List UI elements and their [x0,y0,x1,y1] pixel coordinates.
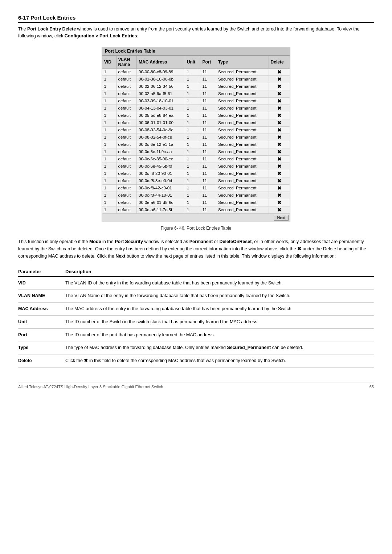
delete-icon[interactable]: ✖ [277,178,281,184]
cell-delete[interactable]: ✖ [269,68,290,75]
cell-delete[interactable]: ✖ [269,177,290,184]
cell-vid: 1 [102,68,117,75]
delete-icon[interactable]: ✖ [277,200,281,205]
cell-delete[interactable]: ✖ [269,199,290,206]
cell-delete[interactable]: ✖ [269,97,290,104]
cell-mac: 00-04-13-04-03-01 [137,104,185,112]
cell-delete[interactable]: ✖ [269,206,290,213]
cell-unit: 1 [185,104,200,112]
delete-icon[interactable]: ✖ [277,113,281,118]
delete-icon[interactable]: ✖ [277,69,281,75]
cell-unit: 1 [185,192,200,199]
cell-vlan: default [116,155,137,163]
delete-icon[interactable]: ✖ [277,91,281,97]
cell-vlan: default [116,199,137,206]
table-row: 1 default 00-0c-f8-20-90-01 1 11 Secured… [102,170,290,177]
col-unit: Unit [185,56,200,68]
cell-vid: 1 [102,199,117,206]
next-button[interactable]: Next [274,215,289,221]
cell-mac: 00-0c-f8-42-c0-01 [137,184,185,192]
cell-vlan: default [116,104,137,112]
cell-type: Secured_Permanent [216,83,269,90]
delete-icon[interactable]: ✖ [277,142,281,147]
table-row: 1 default 00-04-13-04-03-01 1 11 Secured… [102,104,290,112]
cell-mac: 00-0c-f8-44-10-01 [137,192,185,199]
cell-delete[interactable]: ✖ [269,119,290,126]
cell-delete[interactable]: ✖ [269,126,290,134]
delete-icon[interactable]: ✖ [277,77,281,82]
cell-vlan: default [116,75,137,83]
cell-delete[interactable]: ✖ [269,75,290,83]
cell-unit: 1 [185,134,200,141]
next-button-row: Next [102,214,290,222]
cell-unit: 1 [185,141,200,148]
cell-unit: 1 [185,199,200,206]
cell-port: 11 [200,177,216,184]
table-row: 1 default 00-08-02-54-0e-9d 1 11 Secured… [102,126,290,134]
cell-delete[interactable]: ✖ [269,163,290,170]
col-port: Port [200,56,216,68]
cell-unit: 1 [185,112,200,119]
cell-type: Secured_Permanent [216,104,269,112]
delete-icon[interactable]: ✖ [277,193,281,198]
intro-text-end: : [137,33,138,38]
cell-vlan: default [116,119,137,126]
table-header-row: VID VLANName MAC Address Unit Port Type … [102,56,290,68]
cell-mac: 00-0c-6e-1f-9c-aa [137,148,185,155]
cell-type: Secured_Permanent [216,141,269,148]
cell-delete[interactable]: ✖ [269,170,290,177]
delete-icon[interactable]: ✖ [277,135,281,140]
table-row: 1 default 00-00-80-c8-09-89 1 11 Secured… [102,68,290,75]
cell-unit: 1 [185,119,200,126]
cell-vlan: default [116,206,137,213]
table-row: 1 default 00-0c-6e-45-5b-f0 1 11 Secured… [102,163,290,170]
param-row: VLAN NAME The VLAN Name of the entry in … [18,290,374,303]
cell-unit: 1 [185,177,200,184]
delete-icon[interactable]: ✖ [277,171,281,176]
delete-icon[interactable]: ✖ [277,207,281,213]
table-row: 1 default 00-0c-f8-3e-e0-0d 1 11 Secured… [102,177,290,184]
cell-unit: 1 [185,163,200,170]
delete-icon[interactable]: ✖ [277,127,281,133]
cell-mac: 00-03-09-18-10-01 [137,97,185,104]
delete-icon[interactable]: ✖ [277,120,281,126]
cell-delete[interactable]: ✖ [269,184,290,192]
cell-port: 11 [200,155,216,163]
delete-icon[interactable]: ✖ [277,164,281,169]
cell-delete[interactable]: ✖ [269,90,290,97]
cell-delete[interactable]: ✖ [269,83,290,90]
cell-delete[interactable]: ✖ [269,141,290,148]
cell-port: 11 [200,141,216,148]
cell-delete[interactable]: ✖ [269,112,290,119]
cell-port: 11 [200,104,216,112]
delete-icon[interactable]: ✖ [277,84,281,89]
delete-icon[interactable]: ✖ [277,98,281,104]
desc-col-header: Description [65,267,374,276]
cell-vlan: default [116,134,137,141]
param-desc: The ID number of the Switch in the switc… [65,315,374,328]
cell-unit: 1 [185,75,200,83]
cell-port: 11 [200,83,216,90]
cell-delete[interactable]: ✖ [269,155,290,163]
delete-icon[interactable]: ✖ [277,149,281,155]
page-footer: Allied Telesyn AT-9724TS High-Density La… [18,382,374,389]
cell-vid: 1 [102,148,117,155]
delete-icon[interactable]: ✖ [277,156,281,162]
cell-vid: 1 [102,119,117,126]
delete-icon[interactable]: ✖ [277,106,281,111]
cell-type: Secured_Permanent [216,75,269,83]
cell-mac: 00-0c-6e-35-90-ee [137,155,185,163]
cell-port: 11 [200,184,216,192]
param-row: Unit The ID number of the Switch in the … [18,315,374,328]
cell-delete[interactable]: ✖ [269,148,290,155]
table-row: 1 default 00-06-01-01-01-00 1 11 Secured… [102,119,290,126]
cell-mac: 00-05-5d-e8-84-ea [137,112,185,119]
delete-icon[interactable]: ✖ [277,185,281,191]
cell-mac: 00-01-30-10-00-0b [137,75,185,83]
cell-type: Secured_Permanent [216,163,269,170]
cell-delete[interactable]: ✖ [269,104,290,112]
cell-delete[interactable]: ✖ [269,134,290,141]
cell-port: 11 [200,90,216,97]
cell-delete[interactable]: ✖ [269,192,290,199]
cell-vlan: default [116,163,137,170]
